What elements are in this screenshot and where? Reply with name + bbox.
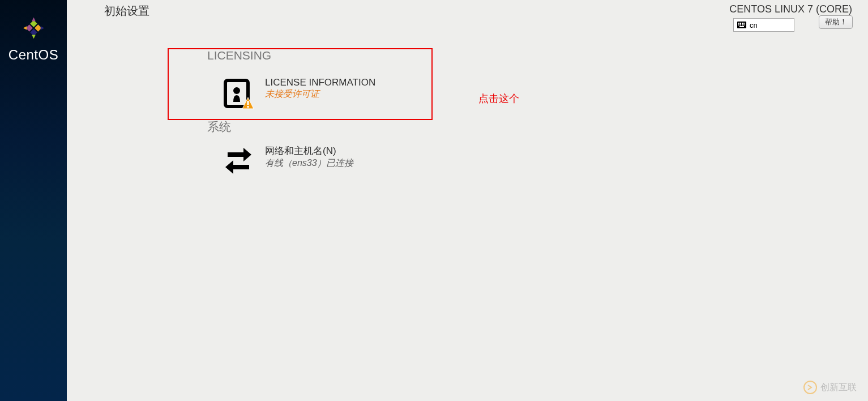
annotation-text: 点击这个 bbox=[478, 92, 519, 105]
keyboard-icon bbox=[737, 22, 746, 28]
svg-point-18 bbox=[804, 381, 816, 394]
help-button-label: 帮助！ bbox=[825, 17, 847, 27]
svg-rect-6 bbox=[740, 23, 741, 24]
network-arrows-icon bbox=[222, 144, 255, 177]
page-title: 初始设置 bbox=[104, 3, 149, 19]
svg-rect-11 bbox=[742, 24, 743, 25]
svg-rect-16 bbox=[247, 101, 249, 105]
licensing-section-heading: LICENSING bbox=[207, 49, 271, 62]
svg-rect-13 bbox=[739, 26, 744, 27]
svg-rect-8 bbox=[743, 23, 745, 24]
svg-rect-5 bbox=[738, 23, 739, 24]
svg-rect-7 bbox=[742, 23, 743, 24]
svg-point-15 bbox=[233, 87, 240, 94]
watermark: 创新互联 bbox=[803, 381, 857, 394]
network-spoke-title: 网络和主机名(N) bbox=[265, 144, 353, 157]
help-button[interactable]: 帮助！ bbox=[819, 15, 853, 29]
os-name-label: CENTOS LINUX 7 (CORE) bbox=[729, 3, 852, 15]
network-hostname-spoke[interactable]: 网络和主机名(N) 有线（ens33）已连接 bbox=[222, 144, 353, 177]
svg-rect-12 bbox=[743, 24, 745, 25]
svg-rect-9 bbox=[738, 24, 739, 25]
svg-rect-17 bbox=[247, 106, 249, 108]
watermark-logo-icon bbox=[803, 381, 817, 394]
keyboard-layout-label: cn bbox=[750, 21, 758, 29]
license-warning-icon bbox=[222, 77, 255, 110]
license-information-spoke[interactable]: LICENSE INFORMATION 未接受许可证 bbox=[222, 77, 375, 110]
system-section-heading: 系统 bbox=[207, 119, 231, 135]
svg-rect-10 bbox=[740, 24, 741, 25]
keyboard-layout-selector[interactable]: cn bbox=[733, 18, 794, 32]
sidebar: CentOS bbox=[0, 0, 67, 401]
license-spoke-title: LICENSE INFORMATION bbox=[265, 77, 375, 88]
centos-logo-icon bbox=[18, 12, 49, 44]
license-spoke-status: 未接受许可证 bbox=[265, 88, 375, 100]
watermark-text: 创新互联 bbox=[820, 382, 857, 394]
network-spoke-status: 有线（ens33）已连接 bbox=[265, 157, 353, 169]
centos-brand-text: CentOS bbox=[8, 47, 58, 63]
